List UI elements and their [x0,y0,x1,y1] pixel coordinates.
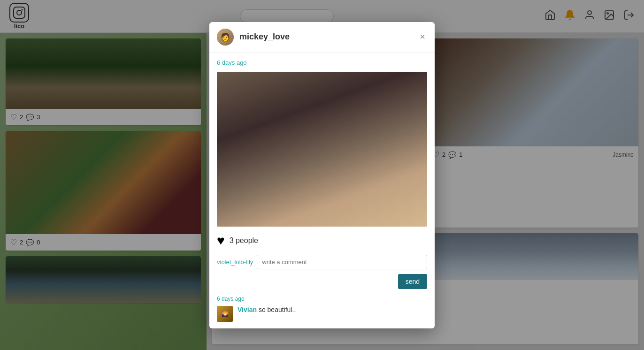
comment-author-0: Vivian [238,306,257,313]
modal-commenter-name: violet_lolo-lily [217,259,253,266]
modal-send-button[interactable]: send [398,274,427,289]
modal-overlay[interactable]: 🧑 mickey_love × 6 days ago ♥ 3 people vi… [0,0,644,350]
comment-body-0: so beautiful.. [257,306,296,313]
modal-timestamp: 6 days ago [217,59,427,66]
comment-timestamp-0: 6 days ago [217,296,427,302]
modal-likes-row: ♥ 3 people [217,233,427,248]
modal-comment-input[interactable] [257,255,427,269]
modal-comments-section: 6 days ago 🌄 Vivian so beautiful.. [217,296,427,322]
modal-close-button[interactable]: × [418,31,427,42]
comment-avatar-0: 🌄 [217,306,233,322]
modal-likes-text: 3 people [230,236,258,245]
modal-post-image [217,72,427,227]
modal-like-button[interactable]: ♥ [217,233,225,248]
modal-header: 🧑 mickey_love × [209,22,435,53]
modal-comment-row: violet_lolo-lily [217,255,427,269]
modal-username: mickey_love [239,32,412,42]
comment-entry-0: 🌄 Vivian so beautiful.. [217,306,427,322]
post-modal: 🧑 mickey_love × 6 days ago ♥ 3 people vi… [209,22,435,328]
modal-body: 6 days ago ♥ 3 people violet_lolo-lily s… [209,53,435,328]
comment-text-0: Vivian so beautiful.. [238,306,296,313]
modal-avatar: 🧑 [217,29,234,46]
